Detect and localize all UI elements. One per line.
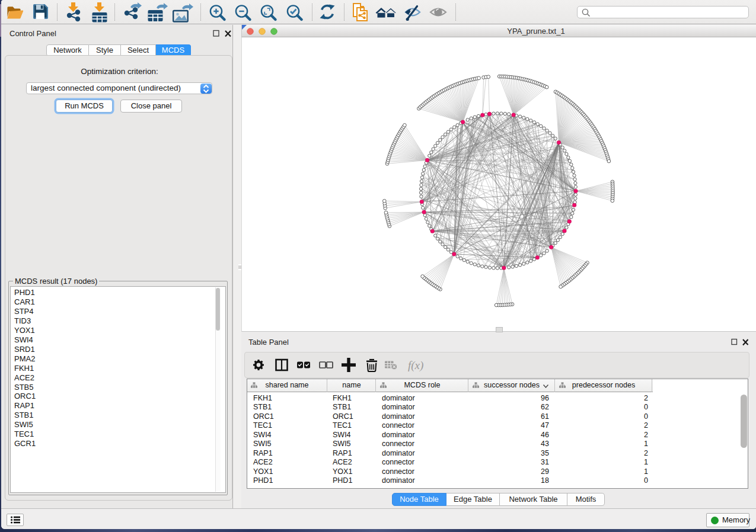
svg-text:f(x): f(x) [408, 359, 423, 372]
